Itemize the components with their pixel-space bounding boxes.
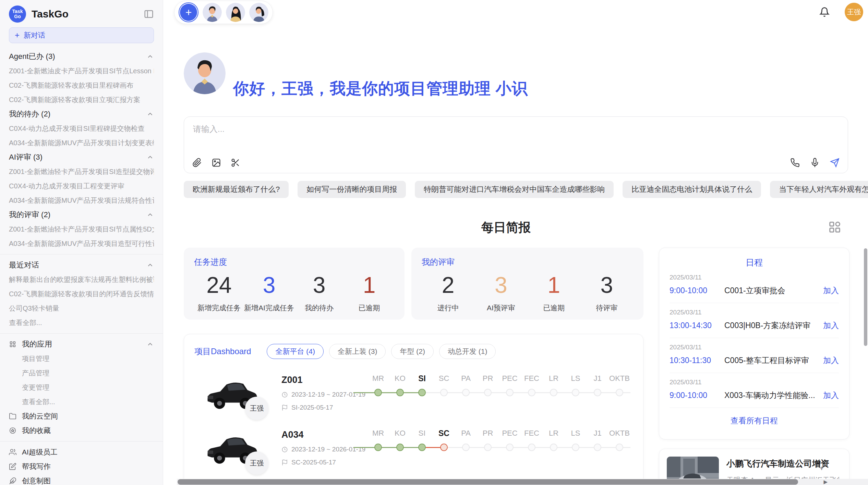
- join-link[interactable]: 加入: [823, 355, 839, 366]
- entry-name: C003|H0B-方案冻结评审: [724, 320, 823, 331]
- apps-grid-icon[interactable]: [828, 221, 841, 234]
- sidebar-item[interactable]: 解释最新出台的欧盟报废车法规再生塑料比例被调至15%...: [9, 272, 154, 287]
- agent-switcher: +: [174, 1, 273, 24]
- project-media: 王强: [194, 429, 281, 469]
- dashboard-title: 项目Dashboard: [194, 346, 251, 357]
- milestone-label: J1: [587, 429, 608, 438]
- horizontal-scrollbar[interactable]: [177, 479, 868, 485]
- stat-value: 3: [474, 270, 527, 300]
- plus-icon: +: [15, 30, 20, 40]
- milestone-dots: [367, 444, 630, 451]
- tab-year-model[interactable]: 年型 (2): [391, 344, 434, 359]
- stat: 1 已逾期: [344, 270, 394, 313]
- task-progress-card: 任务进度 24 新增完成任务 3 新增AI完成任务 3 我的待办 1 已逾期: [184, 248, 405, 320]
- microphone-icon[interactable]: [810, 158, 820, 167]
- feather-pen-icon: [9, 477, 16, 485]
- sidebar-item-product-mgmt[interactable]: 产品管理: [9, 366, 154, 380]
- send-icon[interactable]: [830, 158, 840, 167]
- suggestion-chip[interactable]: 特朗普可能对进口汽车增税会对中国车企造成哪些影响: [415, 181, 614, 198]
- suggestion-chip[interactable]: 如何写一份清晰的项目周报: [298, 181, 406, 198]
- join-link[interactable]: 加入: [823, 285, 839, 296]
- sidebar-item[interactable]: C0X4-动力总成开发项目SI里程碑提交物检查: [9, 121, 154, 136]
- join-link[interactable]: 加入: [823, 320, 839, 331]
- view-all-schedule-link[interactable]: 查看所有日程: [670, 415, 839, 426]
- sidebar-item[interactable]: Z001-全新燃油轻卡产品开发项目SI节点属性5D文件评审: [9, 222, 154, 236]
- stat: 2 进行中: [422, 270, 474, 313]
- stat-label: AI预评审: [474, 303, 527, 313]
- sidebar-item-project-mgmt[interactable]: 项目管理: [9, 351, 154, 366]
- new-chat-button[interactable]: + 新对话: [9, 27, 154, 43]
- vertical-scrollbar-thumb[interactable]: [864, 248, 867, 346]
- clock-icon: [281, 391, 288, 398]
- user-name: 王强: [847, 8, 861, 17]
- agent-avatar-2[interactable]: [226, 3, 245, 22]
- scissors-icon[interactable]: [231, 158, 240, 167]
- section-title: 我的待办 (2): [9, 109, 50, 119]
- chat-input[interactable]: [193, 124, 673, 134]
- suggestion-chip[interactable]: 欧洲新规最近颁布了什么?: [184, 181, 289, 198]
- tab-powertrain[interactable]: 动总开发 (1): [439, 344, 496, 359]
- scroll-right-arrow[interactable]: ▶: [823, 479, 828, 485]
- milestone-date: SC-2025-05-17: [291, 459, 336, 466]
- sidebar-item[interactable]: Z001-全新燃油皮卡产品开发项目SI节点Lesson Learn报告: [9, 64, 154, 78]
- collapse-sidebar-icon[interactable]: [144, 9, 154, 19]
- my-apps-title-wrap: 我的应用: [9, 339, 52, 349]
- section-header-agent-done[interactable]: Agent已办 (3): [9, 49, 154, 64]
- join-link[interactable]: 加入: [823, 390, 839, 401]
- sidebar-item-help-me-write[interactable]: 帮我写作: [9, 459, 154, 474]
- suggestion-chip[interactable]: 比亚迪全固态电池计划具体说了什么: [623, 181, 761, 198]
- sidebar-item[interactable]: A034-全新新能源MUV产品开发项目造型可行性评审: [9, 236, 154, 251]
- stat-value: 1: [528, 270, 580, 300]
- suggestion-chip[interactable]: 当下年轻人对汽车外观有怎样的喜好趋势: [770, 181, 868, 198]
- user-avatar[interactable]: 王强: [845, 3, 863, 21]
- ai-super-staff-label: AI超级员工: [22, 447, 58, 457]
- sidebar-item[interactable]: C02-飞腾新能源轻客改款项目里程碑画布: [9, 78, 154, 92]
- section-header-my-review[interactable]: 我的评审 (2): [9, 208, 154, 222]
- project-row[interactable]: 王强 Z001 2023-12-19 ~ 2027-01-19 SI-2025-…: [194, 374, 633, 414]
- image-icon[interactable]: [212, 158, 221, 167]
- section-header-recent-chats[interactable]: 最近对话: [9, 258, 154, 272]
- section-header-my-todo[interactable]: 我的待办 (2): [9, 107, 154, 121]
- sidebar-item-favorites[interactable]: 我的收藏: [9, 423, 154, 438]
- milestone-label: MR: [367, 374, 389, 383]
- entry-date: 2025/03/11: [670, 344, 839, 351]
- sidebar-item-ai-super-staff[interactable]: AI超级员工: [9, 445, 154, 459]
- stat: 3 我的待办: [294, 270, 344, 313]
- paperclip-icon[interactable]: [192, 158, 202, 167]
- stat-label: 新增完成任务: [194, 303, 244, 313]
- scroll-down-arrow[interactable]: ▼: [819, 465, 824, 471]
- favorites-label: 我的收藏: [22, 426, 51, 435]
- tab-new-platform[interactable]: 全新平台 (4): [267, 344, 324, 359]
- sidebar-item[interactable]: C02-飞腾新能源轻客改款项目的闭环通告反馈情况: [9, 287, 154, 301]
- project-row[interactable]: 王强 A034 2023-12-19 ~ 2026-01-19 SC-2025-…: [194, 429, 633, 469]
- sidebar-item-change-mgmt[interactable]: 变更管理: [9, 380, 154, 395]
- sidebar-item[interactable]: Z001-全新燃油轻卡产品开发项目SI造型提交物评审: [9, 164, 154, 179]
- flag-icon: [281, 459, 288, 466]
- milestone-label: LS: [565, 429, 587, 438]
- sidebar-item-view-all-apps[interactable]: 查看全部...: [9, 395, 154, 409]
- add-agent-button[interactable]: +: [179, 2, 198, 22]
- sidebar-item[interactable]: C0X4-动力总成开发项目工程变更评审: [9, 179, 154, 193]
- sidebar-item-cloud-space[interactable]: 我的云空间: [9, 409, 154, 423]
- section-header-ai-review[interactable]: AI评审 (3): [9, 150, 154, 164]
- stat-label: 我的待办: [294, 303, 344, 313]
- milestone-label-current: SC: [433, 429, 455, 438]
- dashboard-tabs: 全新平台 (4) 全新上装 (3) 年型 (2) 动总开发 (1): [267, 344, 496, 359]
- notification-bell-icon[interactable]: [819, 7, 830, 17]
- milestone-label: PR: [477, 429, 499, 438]
- sidebar-item-view-all[interactable]: 查看全部...: [9, 315, 154, 330]
- milestone-label: PA: [455, 429, 477, 438]
- section-header-my-apps[interactable]: 我的应用: [9, 337, 154, 351]
- sidebar-item-creative-drawing[interactable]: 创意制图: [9, 474, 154, 485]
- sidebar-item[interactable]: 公司Q3轻卡销量: [9, 301, 154, 315]
- logo-line1: Task: [12, 9, 23, 14]
- horizontal-scrollbar-thumb[interactable]: [178, 479, 798, 485]
- agent-avatar-1[interactable]: [203, 3, 222, 22]
- agent-avatar-3[interactable]: [249, 3, 268, 22]
- sidebar-item[interactable]: C02-飞腾新能源轻客改款项目立项汇报方案: [9, 92, 154, 107]
- phone-icon[interactable]: [790, 158, 800, 167]
- tab-new-body[interactable]: 全新上装 (3): [329, 344, 386, 359]
- sidebar-item[interactable]: A034-全新新能源MUV产品开发项目计划变更表编写: [9, 136, 154, 150]
- sidebar-item[interactable]: A034-全新新能源MUV产品开发项目法规符合性评审: [9, 193, 154, 208]
- entry-name: C005-整车工程目标评审: [724, 355, 823, 366]
